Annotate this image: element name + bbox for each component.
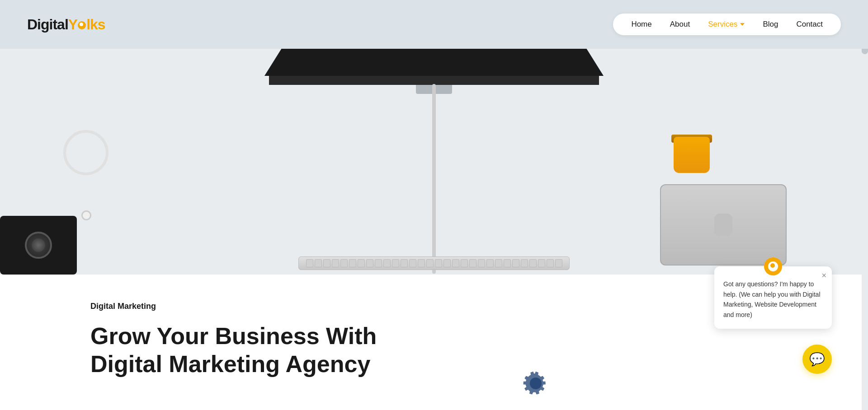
nav-contact[interactable]: Contact (796, 20, 823, 29)
nav-about[interactable]: About (670, 20, 690, 29)
earphone-bud (81, 210, 91, 220)
chevron-down-icon (740, 23, 745, 26)
title-line2: Digital Marketing Agency (90, 351, 370, 377)
key (469, 259, 476, 267)
cable (432, 84, 436, 274)
key (349, 259, 356, 267)
key (521, 259, 528, 267)
key (478, 259, 485, 267)
nav-home[interactable]: Home (631, 20, 651, 29)
keyboard (298, 256, 570, 270)
key (443, 259, 451, 267)
chat-avatar-icon (768, 261, 778, 271)
key (435, 259, 442, 267)
key (461, 259, 468, 267)
logo[interactable]: DigitalYlks (27, 16, 105, 33)
key (332, 259, 339, 267)
chat-open-button[interactable]: 💬 (802, 345, 832, 374)
key (555, 259, 562, 267)
chat-bubble: × Got any questions? I'm happy to help. … (714, 266, 832, 329)
earphones (59, 130, 127, 220)
scrollbar[interactable] (862, 0, 868, 410)
juice-glass (674, 130, 710, 175)
monitor-body (264, 49, 604, 76)
key (547, 259, 554, 267)
key (401, 259, 408, 267)
camera (0, 216, 77, 275)
hero-section (0, 49, 868, 275)
macbook (660, 184, 787, 266)
section-subtitle: Digital Marketing (90, 302, 778, 311)
logo-dot-icon (78, 21, 86, 29)
logo-y: Y (68, 16, 77, 33)
key (426, 259, 434, 267)
chat-close-button[interactable]: × (821, 271, 826, 280)
logo-lks: lks (86, 16, 105, 33)
key (486, 259, 494, 267)
section-title: Grow Your Business With Digital Marketin… (90, 322, 407, 378)
key (315, 259, 322, 267)
camera-lens-inner (32, 238, 45, 252)
gear-icon (520, 368, 552, 399)
key (392, 259, 399, 267)
logo-digital: Digital (27, 16, 68, 33)
header: DigitalYlks Home About Services Blog Con… (0, 0, 868, 49)
chat-message: Got any questions? I'm happy to help. (W… (723, 279, 823, 320)
key (340, 259, 348, 267)
key (529, 259, 537, 267)
chat-avatar (764, 257, 782, 275)
key (418, 259, 425, 267)
chat-button-icon: 💬 (809, 352, 825, 367)
key (383, 259, 391, 267)
key (366, 259, 373, 267)
key (452, 259, 459, 267)
key (323, 259, 330, 267)
key (538, 259, 545, 267)
camera-lens (25, 232, 52, 259)
nav-services-label: Services (708, 20, 737, 29)
nav-blog[interactable]: Blog (763, 20, 778, 29)
nav-services[interactable]: Services (708, 20, 745, 29)
key (495, 259, 502, 267)
key (375, 259, 382, 267)
monitor-bezel (269, 76, 599, 85)
key (358, 259, 365, 267)
apple-logo-icon (714, 214, 732, 236)
key (504, 259, 511, 267)
key (512, 259, 519, 267)
gear-icon-container (520, 368, 552, 401)
glass-body (674, 137, 710, 173)
navigation: Home About Services Blog Contact (613, 14, 841, 35)
key (409, 259, 416, 267)
earphone-cable (63, 130, 108, 175)
key (306, 259, 313, 267)
title-line1: Grow Your Business With (90, 323, 377, 349)
